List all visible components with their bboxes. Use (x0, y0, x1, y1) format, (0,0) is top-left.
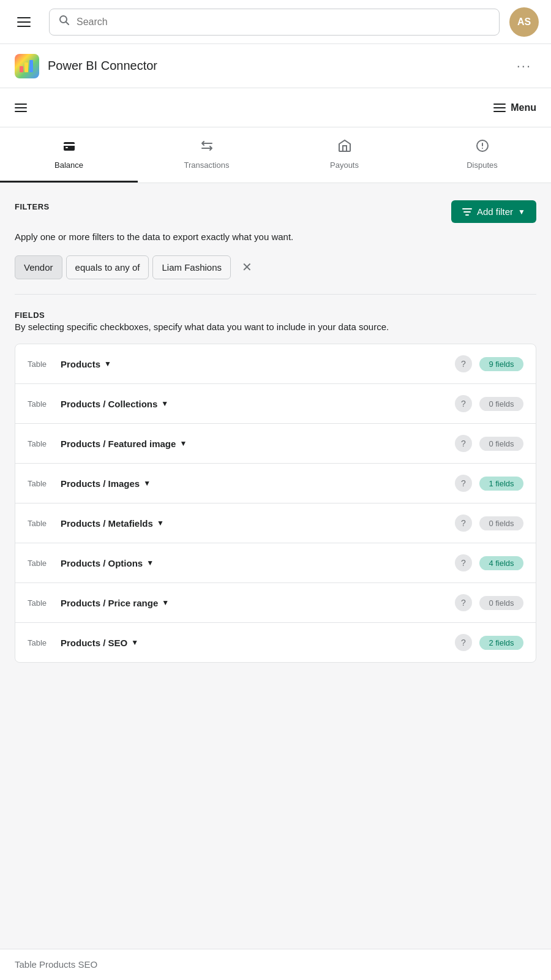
value-filter-chip[interactable]: Liam Fashions (152, 255, 231, 279)
disputes-icon (475, 138, 490, 157)
help-icon-4[interactable]: ? (455, 514, 472, 532)
table-row: Table Products / Price range ▼ ? 0 field… (15, 583, 536, 623)
app-title: Power BI Connector (48, 59, 512, 73)
add-filter-label: Add filter (477, 206, 513, 217)
menu-label: Menu (511, 102, 536, 113)
main-content: FILTERS Add filter ▼ Apply one or more f… (0, 183, 551, 680)
table-row: Table Products / Featured image ▼ ? 0 fi… (15, 424, 536, 464)
help-icon-2[interactable]: ? (455, 435, 472, 452)
tab-transactions[interactable]: Transactions (138, 127, 276, 183)
search-icon (58, 14, 70, 29)
svg-rect-1 (20, 66, 23, 72)
filters-section: FILTERS Add filter ▼ Apply one or more f… (15, 200, 536, 295)
table-row: Table Products / SEO ▼ ? 2 fields (15, 623, 536, 662)
chevron-down-icon: ▼ (157, 519, 164, 527)
search-input[interactable] (77, 17, 490, 28)
hamburger-line-2 (17, 21, 31, 23)
svg-rect-5 (64, 144, 75, 146)
fields-badge-7: 2 fields (479, 636, 523, 650)
more-options-button[interactable]: ··· (512, 53, 536, 79)
bottom-nav: Table Products SEO (0, 949, 551, 980)
search-bar (49, 9, 500, 36)
chevron-down-icon: ▼ (161, 399, 168, 408)
help-icon-1[interactable]: ? (455, 395, 472, 412)
condition-filter-chip[interactable]: equals to any of (66, 255, 149, 279)
filters-description: Apply one or more filters to the data to… (15, 230, 536, 244)
table-row: Table Products / Metafields ▼ ? 0 fields (15, 503, 536, 543)
balance-icon (62, 138, 77, 157)
fields-table: Table Products ▼ ? 9 fields Table Produc… (15, 344, 536, 663)
nav-row: Menu (0, 88, 551, 127)
app-icon (15, 54, 39, 78)
field-type-0: Table (28, 360, 54, 369)
field-name-3[interactable]: Products / Images ▼ (61, 478, 455, 489)
tab-balance-label: Balance (54, 160, 83, 170)
nav-hamburger-line-1 (15, 104, 27, 105)
field-name-6[interactable]: Products / Price range ▼ (61, 598, 455, 608)
fields-badge-3: 1 fields (479, 477, 523, 491)
filter-icon (462, 207, 472, 217)
field-type-3: Table (28, 479, 54, 488)
tab-disputes[interactable]: Disputes (413, 127, 551, 183)
chevron-down-icon: ▼ (131, 638, 138, 647)
help-icon-7[interactable]: ? (455, 634, 472, 651)
svg-rect-3 (29, 60, 33, 72)
svg-point-8 (482, 148, 483, 149)
help-icon-6[interactable]: ? (455, 594, 472, 611)
menu-lines-icon (493, 104, 506, 112)
table-row: Table Products / Options ▼ ? 4 fields (15, 543, 536, 583)
tab-payouts[interactable]: Payouts (276, 127, 413, 183)
hamburger-line-1 (17, 17, 31, 18)
fields-section-title: FIELDS (15, 311, 45, 320)
field-type-7: Table (28, 638, 54, 647)
nav-hamburger-line-3 (15, 111, 27, 112)
fields-badge-1: 0 fields (479, 397, 523, 411)
fields-badge-0: 9 fields (479, 357, 523, 371)
field-type-5: Table (28, 559, 54, 568)
chevron-down-icon: ▼ (104, 360, 111, 368)
tab-payouts-label: Payouts (330, 160, 359, 170)
fields-description: By selecting specific checkboxes, specif… (15, 320, 536, 334)
field-name-7[interactable]: Products / SEO ▼ (61, 638, 455, 648)
menu-button[interactable]: Menu (493, 102, 536, 113)
nav-hamburger-button[interactable] (15, 97, 37, 119)
chevron-down-icon: ▼ (179, 439, 187, 448)
field-name-2[interactable]: Products / Featured image ▼ (61, 439, 455, 449)
tab-transactions-label: Transactions (184, 160, 230, 170)
svg-rect-4 (64, 142, 75, 151)
filter-chips: Vendor equals to any of Liam Fashions ✕ (15, 255, 536, 279)
help-icon-3[interactable]: ? (455, 475, 472, 492)
field-name-1[interactable]: Products / Collections ▼ (61, 399, 455, 409)
tabs-row: Balance Transactions Payouts Dis (0, 127, 551, 183)
transactions-icon (200, 138, 214, 157)
field-name-5[interactable]: Products / Options ▼ (61, 558, 455, 568)
top-header: AS (0, 0, 551, 44)
fields-badge-5: 4 fields (479, 556, 523, 570)
add-filter-chevron: ▼ (518, 208, 525, 216)
fields-badge-4: 0 fields (479, 516, 523, 530)
filters-header: FILTERS Add filter ▼ (15, 200, 536, 223)
field-type-1: Table (28, 399, 54, 409)
vendor-filter-chip[interactable]: Vendor (15, 255, 62, 279)
chevron-down-icon: ▼ (146, 559, 154, 567)
section-divider (15, 294, 536, 295)
remove-filter-button[interactable]: ✕ (239, 257, 255, 277)
app-header: Power BI Connector ··· (0, 44, 551, 88)
field-type-4: Table (28, 519, 54, 528)
chevron-down-icon: ▼ (162, 598, 169, 607)
svg-rect-6 (66, 147, 68, 148)
tab-balance[interactable]: Balance (0, 127, 138, 183)
hamburger-menu-button[interactable] (12, 9, 39, 36)
bottom-nav-text: Table Products SEO (15, 959, 97, 970)
field-type-6: Table (28, 598, 54, 608)
field-name-4[interactable]: Products / Metafields ▼ (61, 518, 455, 529)
add-filter-button[interactable]: Add filter ▼ (451, 200, 536, 223)
field-name-0[interactable]: Products ▼ (61, 359, 455, 369)
table-row: Table Products / Collections ▼ ? 0 field… (15, 384, 536, 424)
chevron-down-icon: ▼ (143, 479, 151, 488)
nav-hamburger-line-2 (15, 107, 27, 108)
help-icon-0[interactable]: ? (455, 355, 472, 372)
avatar[interactable]: AS (509, 7, 539, 37)
table-row: Table Products / Images ▼ ? 1 fields (15, 464, 536, 503)
help-icon-5[interactable]: ? (455, 554, 472, 571)
